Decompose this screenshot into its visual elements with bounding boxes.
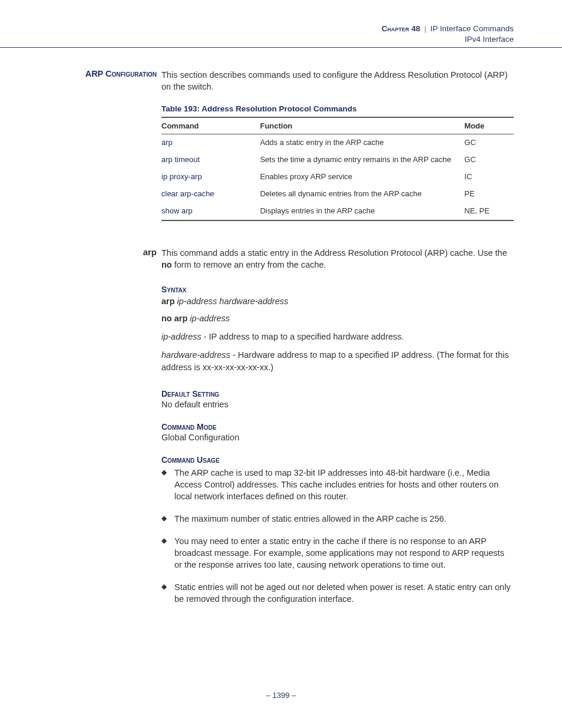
cmd-fn: Enables proxy ARP service bbox=[260, 169, 464, 186]
page-header: Chapter 48 | IP Interface Commands IPv4 … bbox=[48, 24, 514, 45]
th-mode: Mode bbox=[464, 117, 514, 134]
table-title: Table 193: Address Resolution Protocol C… bbox=[161, 104, 514, 113]
cmd-mode: GC bbox=[464, 134, 514, 151]
section-intro: This section describes commands used to … bbox=[161, 69, 514, 93]
section-label: ARP Configuration bbox=[85, 69, 157, 78]
cmd-mode: PE bbox=[464, 186, 514, 203]
table-row: ip proxy-arp Enables proxy ARP service I… bbox=[161, 169, 514, 186]
header-rule bbox=[0, 47, 562, 48]
command-description: This command adds a static entry in the … bbox=[161, 247, 514, 271]
usage-list: The ARP cache is used to map 32-bit IP a… bbox=[161, 467, 514, 605]
cmd-fn: Deletes all dynamic entries from the ARP… bbox=[260, 186, 464, 203]
chapter-prefix: Chapter bbox=[382, 24, 409, 33]
chapter-subtitle: IPv4 Interface bbox=[48, 34, 514, 45]
syntax-line: arp ip-address hardware-address bbox=[161, 295, 514, 308]
table-row: show arp Displays entries in the ARP cac… bbox=[161, 203, 514, 220]
syntax-heading: Syntax bbox=[161, 285, 514, 294]
command-name-label: arp bbox=[143, 247, 157, 257]
cmd-link[interactable]: ip proxy-arp bbox=[161, 169, 260, 186]
cmd-mode: GC bbox=[464, 151, 514, 169]
list-item: The maximum number of static entries all… bbox=[161, 513, 514, 525]
command-mode-text: Global Configuration bbox=[161, 433, 514, 442]
default-setting-heading: Default Setting bbox=[161, 389, 514, 398]
cmd-fn: Sets the time a dynamic entry remains in… bbox=[260, 151, 464, 169]
page-number: – 1399 – bbox=[0, 691, 562, 700]
param-description: ip-address - IP address to map to a spec… bbox=[161, 331, 514, 343]
cmd-link[interactable]: arp bbox=[161, 134, 260, 151]
cmd-mode: IC bbox=[464, 169, 514, 186]
cmd-fn: Displays entries in the ARP cache bbox=[260, 203, 464, 220]
th-command: Command bbox=[161, 117, 260, 134]
table-row: arp timeout Sets the time a dynamic entr… bbox=[161, 151, 514, 169]
cmd-link[interactable]: show arp bbox=[161, 203, 260, 220]
header-divider: | bbox=[424, 24, 427, 33]
command-usage-heading: Command Usage bbox=[161, 455, 514, 465]
chapter-title: IP Interface Commands bbox=[430, 24, 514, 33]
command-mode-heading: Command Mode bbox=[161, 422, 514, 431]
syntax-line: no arp ip-address bbox=[161, 312, 514, 325]
default-setting-text: No default entries bbox=[161, 400, 514, 409]
table-row: clear arp-cache Deletes all dynamic entr… bbox=[161, 186, 514, 203]
param-description: hardware-address - Hardware address to m… bbox=[161, 349, 514, 374]
chapter-number: 48 bbox=[411, 24, 420, 33]
cmd-mode: NE, PE bbox=[464, 203, 514, 220]
cmd-link[interactable]: clear arp-cache bbox=[161, 186, 260, 203]
commands-table: Command Function Mode arp Adds a static … bbox=[161, 117, 514, 220]
th-function: Function bbox=[260, 117, 464, 134]
cmd-fn: Adds a static entry in the ARP cache bbox=[260, 134, 464, 151]
cmd-link[interactable]: arp timeout bbox=[161, 151, 260, 169]
list-item: The ARP cache is used to map 32-bit IP a… bbox=[161, 467, 514, 502]
list-item: You may need to enter a static entry in … bbox=[161, 535, 514, 571]
table-row: arp Adds a static entry in the ARP cache… bbox=[161, 134, 514, 151]
list-item: Static entries will not be aged out nor … bbox=[161, 581, 514, 605]
